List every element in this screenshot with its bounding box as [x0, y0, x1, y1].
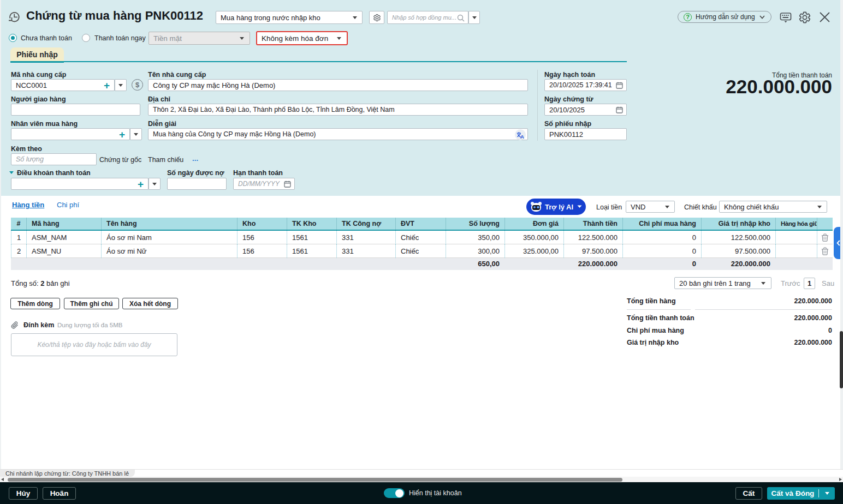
svg-text:A: A — [520, 133, 524, 139]
